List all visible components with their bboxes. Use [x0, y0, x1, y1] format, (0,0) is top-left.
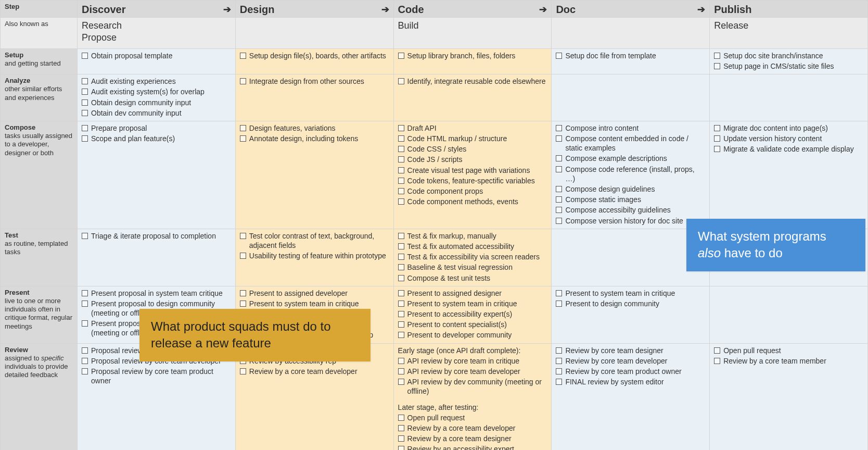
checklist-item: Setup design file(s), boards, other arti…: [240, 51, 389, 60]
header-col-code: Code➔: [393, 1, 552, 18]
checklist-item: Present to system team in critique: [556, 289, 705, 298]
checklist-item: Present to assigned designer: [398, 289, 547, 298]
workflow-matrix: StepDiscover➔Design➔Code➔Doc➔PublishAlso…: [0, 0, 868, 450]
cell-review-doc: Review by core team designerReview by co…: [552, 343, 710, 450]
checklist-item: Present proposal in system team critique: [82, 289, 231, 298]
checklist-item: Prepare proposal: [82, 123, 231, 133]
checklist-item: FINAL review by system editor: [556, 377, 705, 386]
cell-test-discover: Triage & iterate proposal to completion: [78, 229, 236, 286]
checklist-item: Present to content specialist(s): [398, 320, 547, 329]
checklist-item: Review by a core team member: [714, 356, 863, 366]
checklist-item: Test & fix automated accessibility: [398, 242, 547, 251]
header-step: Step: [1, 1, 78, 18]
checklist-item: Annotate design, including tokens: [240, 134, 389, 143]
checklist-item: Compose content embedded in code / stati…: [556, 134, 705, 153]
checklist-item: Code JS / scripts: [398, 155, 547, 164]
cell-analyze-design: Integrate design from other sources: [235, 74, 393, 121]
callout-blue-em: also: [698, 246, 721, 260]
checklist-item: Proposal review by core team product own…: [82, 367, 231, 385]
checklist-item: Test & fix markup, manually: [398, 231, 547, 241]
checklist-item: Code HTML markup / structure: [398, 134, 547, 143]
cell-compose-discover: Prepare proposalScope and plan feature(s…: [78, 121, 236, 229]
cell-present-publish: [710, 286, 868, 343]
cell-analyze-doc: [552, 74, 710, 121]
checklist-item: Present to assigned developer: [240, 289, 389, 298]
aka-label: Also known as: [1, 18, 78, 49]
checklist-item: Code component methods, events: [398, 197, 547, 206]
callout-blue-line2: have to do: [721, 246, 783, 260]
callout-blue-line1: What system programs: [698, 229, 826, 243]
arrow-right-icon: ➔: [539, 4, 547, 16]
checklist-item: Compose static images: [556, 195, 705, 204]
checklist-item: Audit existing experiences: [82, 77, 231, 86]
checklist-item: Setup library branch, files, folders: [398, 51, 547, 60]
checklist-item: Review by a core team developer: [398, 423, 547, 433]
checklist-item: Scope and plan feature(s): [82, 134, 231, 143]
checklist-item: Test & fix accessibility via screen read…: [398, 252, 547, 261]
checklist-item: API review by core team developer: [398, 367, 547, 376]
arrow-right-icon: ➔: [223, 4, 231, 16]
callout-product-squads: What product squads must do to release a…: [139, 309, 371, 361]
checklist-item: Code CSS / styles: [398, 144, 547, 154]
checklist-item: Compose code reference (install, props, …: [556, 165, 705, 183]
checklist-item: Setup doc file from template: [556, 51, 705, 60]
checklist-item: API review by dev community (meeting or …: [398, 377, 547, 396]
checklist-item: Review by a core team developer: [240, 367, 389, 376]
checklist-item: Migrate doc content into page(s): [714, 123, 863, 133]
rowlabel-compose: Composetasks usually assigned to a devel…: [1, 121, 78, 229]
checklist-item: Identify, integrate reusable code elsewh…: [398, 77, 547, 86]
cell-setup-discover: Obtain proposal template: [78, 48, 236, 74]
checklist-item: Audit existing system(s) for overlap: [82, 87, 231, 96]
header-col-design: Design➔: [235, 1, 393, 18]
cell-present-doc: Present to system team in critiquePresen…: [552, 286, 710, 343]
checklist-item: Present to developer community: [398, 330, 547, 340]
rowlabel-test: Testas routine, templated tasks: [1, 229, 78, 286]
aka-doc: [552, 18, 710, 49]
checklist-item: Open pull request: [714, 346, 863, 355]
checklist-item: Present to system team in critique: [240, 299, 389, 308]
checklist-item: API review by core team in critique: [398, 356, 547, 366]
checklist-item: Compose accessibilty guidelines: [556, 205, 705, 215]
checklist-item: Review by core team product owner: [556, 367, 705, 376]
checklist-item: Review by an accessibility expert: [398, 444, 547, 450]
checklist-item: Triage & iterate proposal to completion: [82, 231, 231, 241]
checklist-item: Review by core team designer: [556, 346, 705, 355]
cell-analyze-code: Identify, integrate reusable code elsewh…: [393, 74, 552, 121]
checklist-item: Migrate & validate code example display: [714, 144, 863, 154]
cell-setup-doc: Setup doc file from template: [552, 48, 710, 74]
checklist-item: Present to system team in critique: [398, 299, 547, 308]
cell-test-code: Test & fix markup, manuallyTest & fix au…: [393, 229, 552, 286]
header-col-doc: Doc➔: [552, 1, 710, 18]
checklist-item: Draft API: [398, 123, 547, 133]
checklist-item: Obtain proposal template: [82, 51, 231, 60]
cell-compose-design: Design features, variationsAnnotate desi…: [235, 121, 393, 229]
arrow-right-icon: ➔: [697, 4, 705, 16]
cell-present-code: Present to assigned designerPresent to s…: [393, 286, 552, 343]
cell-setup-design: Setup design file(s), boards, other arti…: [235, 48, 393, 74]
cell-compose-doc: Compose intro contentCompose content emb…: [552, 121, 710, 229]
aka-publish: Release: [710, 18, 868, 49]
checklist-item: Usability testing of feature within prot…: [240, 251, 389, 260]
checklist-item: Compose & test unit tests: [398, 273, 547, 283]
cell-review-code: Early stage (once API draft complete):AP…: [393, 343, 552, 450]
header-col-publish: Publish: [710, 1, 868, 18]
checklist-item: Obtain design community input: [82, 98, 231, 107]
callout-gold-text: What product squads must do to release a…: [151, 319, 331, 350]
aka-design: [235, 18, 393, 49]
cell-compose-code: Draft APICode HTML markup / structureCod…: [393, 121, 552, 229]
checklist-item: Create visual test page with variations: [398, 166, 547, 175]
aka-code: Build: [393, 18, 552, 49]
cell-setup-code: Setup library branch, files, folders: [393, 48, 552, 74]
checklist-item: Open pull request: [398, 413, 547, 422]
callout-system-programs: What system programs also have to do: [686, 219, 865, 271]
checklist-item: Test color contrast of text, background,…: [240, 231, 389, 250]
checklist-item: Obtain dev community input: [82, 108, 231, 118]
header-col-discover: Discover➔: [78, 1, 236, 18]
checklist-item: Compose version history for doc site: [556, 216, 705, 226]
cell-analyze-discover: Audit existing experiencesAudit existing…: [78, 74, 236, 121]
checklist-item: Setup doc site branch/instance: [714, 51, 863, 60]
cell-compose-publish: Migrate doc content into page(s)Update v…: [710, 121, 868, 229]
checklist-item: Present to design community: [556, 299, 705, 308]
checklist-item: Code tokens, feature-spectific variables: [398, 176, 547, 185]
checklist-item: Review by a core team designer: [398, 434, 547, 443]
